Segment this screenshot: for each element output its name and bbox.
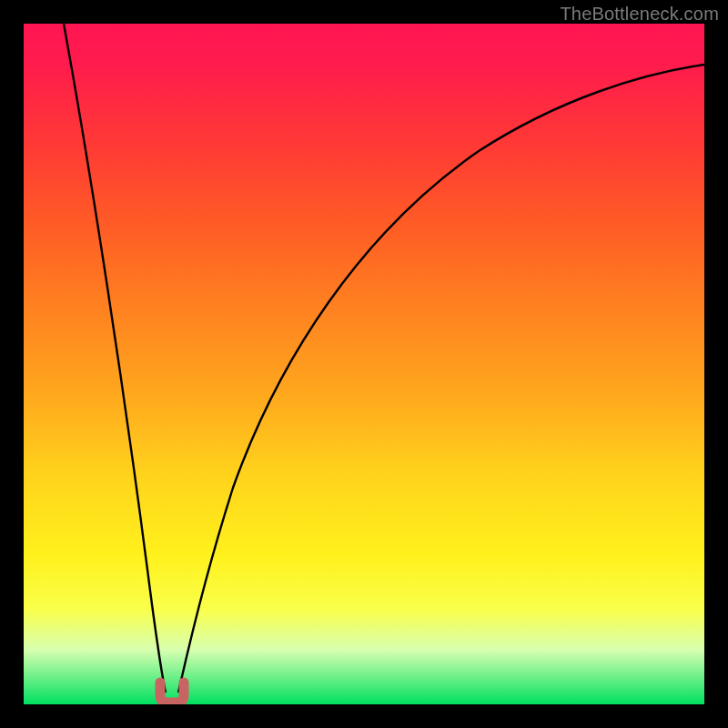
chart-frame: TheBottleneck.com	[0, 0, 728, 728]
curve-left-branch	[64, 24, 166, 693]
bottleneck-curve	[24, 24, 704, 704]
chart-plot-area	[24, 24, 704, 704]
watermark-label: TheBottleneck.com	[560, 4, 719, 25]
curve-right-branch	[178, 65, 704, 693]
valley-marker-icon	[160, 682, 184, 703]
